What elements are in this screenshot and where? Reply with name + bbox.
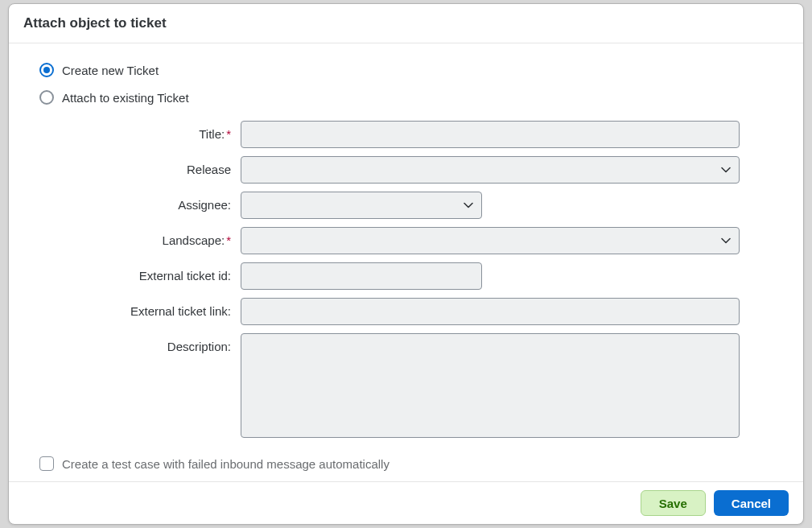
- required-marker: *: [226, 127, 231, 141]
- radio-create-new[interactable]: Create new Ticket: [39, 63, 773, 77]
- external-link-input[interactable]: [241, 298, 740, 325]
- control-description: [241, 333, 740, 440]
- row-assignee: Assignee:: [39, 192, 773, 219]
- radio-attach-existing-label: Attach to existing Ticket: [62, 91, 189, 105]
- row-landscape: Landscape:*: [39, 227, 773, 254]
- landscape-select[interactable]: [241, 227, 740, 254]
- label-title: Title:*: [39, 121, 241, 141]
- form-grid: Title:* Release: [39, 121, 773, 440]
- control-external-id: [241, 262, 740, 290]
- row-title: Title:*: [39, 121, 773, 148]
- label-landscape-text: Landscape:: [163, 233, 225, 247]
- external-id-input[interactable]: [241, 262, 482, 290]
- radio-create-new-label: Create new Ticket: [62, 64, 159, 77]
- row-description: Description:: [39, 333, 773, 440]
- radio-button-icon: [39, 63, 54, 77]
- required-marker: *: [226, 233, 231, 247]
- save-button[interactable]: Save: [641, 490, 706, 516]
- assignee-select[interactable]: [241, 192, 482, 219]
- label-title-text: Title:: [199, 127, 225, 141]
- control-assignee: [241, 192, 740, 219]
- save-button-label: Save: [659, 497, 687, 510]
- dialog-footer: Save Cancel: [9, 481, 803, 524]
- cancel-button-label: Cancel: [732, 497, 771, 510]
- radio-attach-existing[interactable]: Attach to existing Ticket: [39, 90, 773, 105]
- dialog-header: Attach object to ticket: [9, 4, 803, 43]
- dialog-body: Create new Ticket Attach to existing Tic…: [9, 43, 803, 481]
- checkbox-auto-testcase-label: Create a test case with failed inbound m…: [62, 457, 390, 471]
- checkbox-auto-testcase[interactable]: Create a test case with failed inbound m…: [39, 456, 773, 471]
- row-release: Release: [39, 156, 773, 184]
- title-input[interactable]: [241, 121, 740, 148]
- attach-object-dialog: Attach object to ticket Create new Ticke…: [8, 3, 804, 525]
- radio-button-icon: [39, 90, 54, 105]
- row-external-id: External ticket id:: [39, 262, 773, 290]
- cancel-button[interactable]: Cancel: [714, 490, 789, 516]
- release-select[interactable]: [241, 156, 740, 184]
- label-landscape: Landscape:*: [39, 227, 241, 247]
- chevron-down-icon: [721, 165, 731, 175]
- checkbox-icon: [39, 456, 54, 471]
- radio-dot-icon: [43, 67, 50, 73]
- label-release: Release: [39, 156, 241, 176]
- label-external-link: External ticket link:: [39, 298, 241, 318]
- control-title: [241, 121, 740, 148]
- control-external-link: [241, 298, 740, 325]
- dialog-title: Attach object to ticket: [23, 15, 789, 31]
- control-release: [241, 156, 740, 184]
- row-external-link: External ticket link:: [39, 298, 773, 325]
- control-landscape: [241, 227, 740, 254]
- label-description: Description:: [39, 333, 241, 353]
- modal-backdrop: Attach object to ticket Create new Ticke…: [0, 0, 812, 528]
- chevron-down-icon: [464, 200, 473, 210]
- label-assignee: Assignee:: [39, 192, 241, 212]
- chevron-down-icon: [721, 236, 731, 245]
- label-external-id: External ticket id:: [39, 262, 241, 283]
- description-textarea[interactable]: [241, 333, 740, 438]
